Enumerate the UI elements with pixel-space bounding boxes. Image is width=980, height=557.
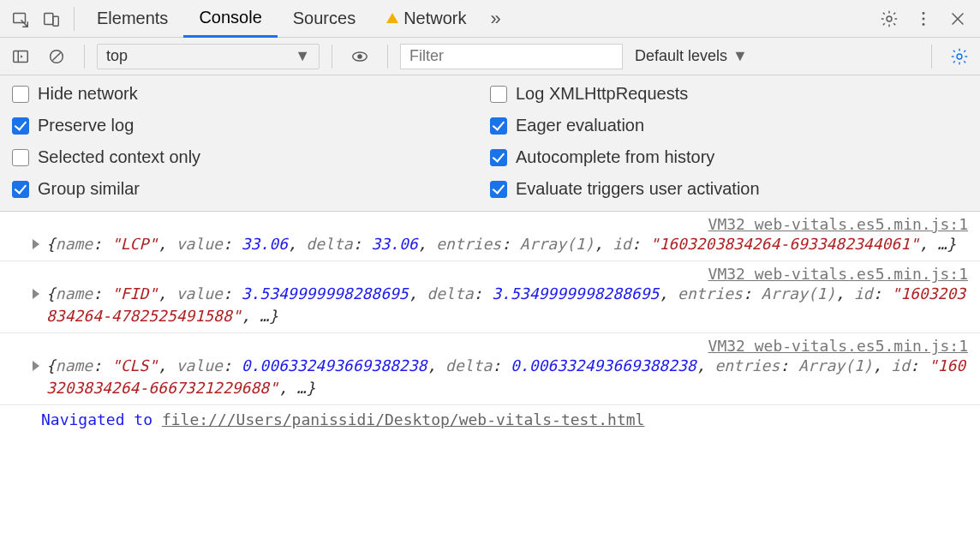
checkbox-evaluate-triggers[interactable]: Evaluate triggers user activation xyxy=(490,179,968,199)
svg-point-10 xyxy=(357,54,362,59)
context-select[interactable]: top ▼ xyxy=(97,44,320,69)
console-row: VM32 web-vitals.es5.min.js:1{name: "CLS"… xyxy=(0,333,980,405)
tab-sources[interactable]: Sources xyxy=(278,0,371,38)
checkbox-icon xyxy=(490,86,507,103)
expand-icon[interactable] xyxy=(33,239,39,249)
console-sidebar-toggle-icon[interactable] xyxy=(5,41,36,72)
svg-point-6 xyxy=(923,22,925,25)
tab-network-label: Network xyxy=(403,9,466,28)
navigation-message: Navigated to file:///Users/panissidi/Des… xyxy=(0,405,980,435)
checkbox-group-similar[interactable]: Group similar xyxy=(12,179,490,199)
checkbox-autocomplete[interactable]: Autocomplete from history xyxy=(490,147,968,167)
checkbox-icon xyxy=(12,86,29,103)
svg-rect-2 xyxy=(53,16,58,26)
filter-input[interactable] xyxy=(400,44,623,69)
expand-icon[interactable] xyxy=(33,361,39,371)
settings-gear-icon[interactable] xyxy=(872,3,906,34)
warning-icon xyxy=(386,13,398,23)
clear-console-icon[interactable] xyxy=(41,41,72,72)
log-object[interactable]: {name: "FID", value: 3.5349999998288695,… xyxy=(46,283,971,327)
divider xyxy=(74,7,75,31)
close-icon[interactable] xyxy=(941,3,975,34)
chevron-down-icon: ▼ xyxy=(295,47,310,65)
checkbox-icon xyxy=(12,181,29,198)
checkbox-label: Eager evaluation xyxy=(516,116,644,135)
divider xyxy=(332,45,332,69)
checkbox-icon xyxy=(490,149,507,166)
svg-rect-0 xyxy=(14,13,26,22)
live-expression-icon[interactable] xyxy=(344,41,375,72)
tab-console[interactable]: Console xyxy=(183,0,277,38)
svg-rect-1 xyxy=(45,13,53,24)
svg-point-5 xyxy=(923,17,925,20)
divider xyxy=(931,45,932,69)
log-object[interactable]: {name: "CLS", value: 0.00633249366938823… xyxy=(46,355,971,399)
tab-elements[interactable]: Elements xyxy=(81,0,183,38)
device-toolbar-icon[interactable] xyxy=(36,3,67,34)
checkbox-hide-network[interactable]: Hide network xyxy=(12,84,490,104)
checkbox-label: Group similar xyxy=(38,179,140,199)
console-row: VM32 web-vitals.es5.min.js:1{name: "FID"… xyxy=(0,261,980,333)
checkbox-icon xyxy=(490,181,507,198)
checkbox-label: Log XMLHttpRequests xyxy=(516,84,688,104)
console-output: VM32 web-vitals.es5.min.js:1{name: "LCP"… xyxy=(0,212,980,405)
checkbox-label: Preserve log xyxy=(38,116,134,135)
navigation-prefix: Navigated to xyxy=(41,410,162,428)
divider xyxy=(387,45,388,69)
svg-point-3 xyxy=(887,16,892,21)
checkbox-preserve-log[interactable]: Preserve log xyxy=(12,116,490,135)
console-settings-panel: Hide network Log XMLHttpRequests Preserv… xyxy=(0,75,980,212)
checkbox-icon xyxy=(12,149,29,166)
log-levels-label: Default levels xyxy=(635,47,727,65)
source-link[interactable]: VM32 web-vitals.es5.min.js:1 xyxy=(9,265,971,283)
divider xyxy=(84,45,85,69)
console-settings-gear-icon[interactable] xyxy=(944,41,975,72)
source-link[interactable]: VM32 web-vitals.es5.min.js:1 xyxy=(9,337,971,355)
more-tabs-icon[interactable]: » xyxy=(482,8,510,30)
inspect-element-icon[interactable] xyxy=(5,3,36,34)
tab-network[interactable]: Network xyxy=(371,0,481,38)
console-row: VM32 web-vitals.es5.min.js:1{name: "LCP"… xyxy=(0,212,980,261)
source-link[interactable]: VM32 web-vitals.es5.min.js:1 xyxy=(9,215,971,233)
checkbox-eager-evaluation[interactable]: Eager evaluation xyxy=(490,116,968,135)
checkbox-icon xyxy=(490,117,507,135)
log-object[interactable]: {name: "LCP", value: 33.06, delta: 33.06… xyxy=(46,233,956,255)
checkbox-label: Evaluate triggers user activation xyxy=(516,179,760,199)
expand-icon[interactable] xyxy=(33,289,39,299)
svg-point-4 xyxy=(923,12,925,15)
checkbox-label: Hide network xyxy=(38,84,138,104)
checkbox-label: Autocomplete from history xyxy=(516,147,714,167)
checkbox-log-xhr[interactable]: Log XMLHttpRequests xyxy=(490,84,968,104)
checkbox-label: Selected context only xyxy=(38,147,200,167)
context-select-value: top xyxy=(106,47,128,65)
svg-point-11 xyxy=(957,54,962,59)
checkbox-selected-context[interactable]: Selected context only xyxy=(12,147,490,167)
navigation-url[interactable]: file:///Users/panissidi/Desktop/web-vita… xyxy=(162,410,645,428)
chevron-down-icon: ▼ xyxy=(732,47,748,65)
log-levels-select[interactable]: Default levels ▼ xyxy=(628,47,755,65)
checkbox-icon xyxy=(12,117,29,135)
kebab-menu-icon[interactable] xyxy=(906,3,941,34)
